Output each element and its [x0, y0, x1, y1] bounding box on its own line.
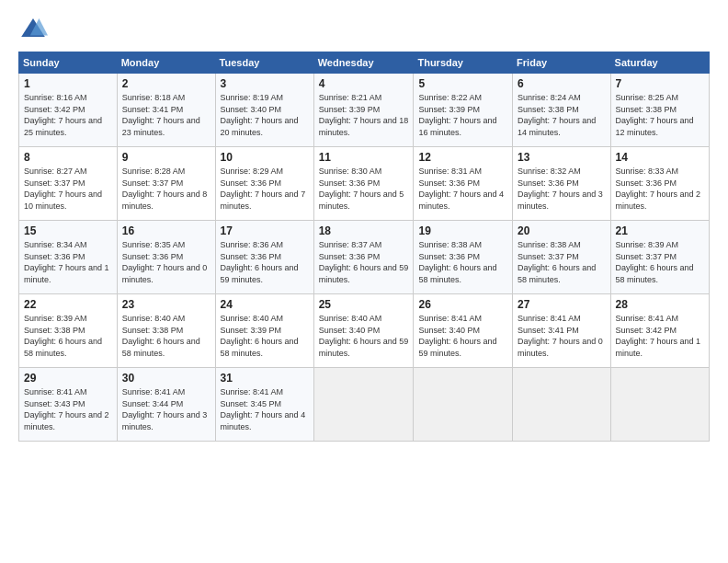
day-number: 2: [122, 77, 210, 90]
col-header-wednesday: Wednesday: [313, 52, 414, 74]
logo: [18, 15, 51, 44]
header-row: SundayMondayTuesdayWednesdayThursdayFrid…: [19, 52, 710, 74]
day-info: Sunrise: 8:29 AM Sunset: 3:36 PM Dayligh…: [221, 166, 309, 212]
week-row-4: 22Sunrise: 8:39 AM Sunset: 3:38 PM Dayli…: [19, 294, 710, 368]
day-info: Sunrise: 8:41 AM Sunset: 3:40 PM Dayligh…: [418, 313, 507, 359]
day-info: Sunrise: 8:34 AM Sunset: 3:36 PM Dayligh…: [24, 239, 112, 285]
day-info: Sunrise: 8:25 AM Sunset: 3:38 PM Dayligh…: [616, 92, 704, 138]
day-number: 11: [319, 151, 409, 164]
logo-icon: [18, 15, 48, 44]
day-cell: 25Sunrise: 8:40 AM Sunset: 3:40 PM Dayli…: [313, 294, 414, 368]
day-cell: 20Sunrise: 8:38 AM Sunset: 3:37 PM Dayli…: [513, 221, 610, 294]
day-number: 26: [418, 298, 507, 311]
day-cell: 14Sunrise: 8:33 AM Sunset: 3:36 PM Dayli…: [610, 147, 709, 221]
day-cell: 9Sunrise: 8:28 AM Sunset: 3:37 PM Daylig…: [117, 147, 215, 221]
day-info: Sunrise: 8:39 AM Sunset: 3:37 PM Dayligh…: [616, 239, 704, 285]
day-info: Sunrise: 8:40 AM Sunset: 3:39 PM Dayligh…: [221, 313, 309, 359]
day-cell: 19Sunrise: 8:38 AM Sunset: 3:36 PM Dayli…: [414, 221, 513, 294]
day-cell: 29Sunrise: 8:41 AM Sunset: 3:43 PM Dayli…: [19, 368, 118, 442]
day-cell: 28Sunrise: 8:41 AM Sunset: 3:42 PM Dayli…: [610, 294, 709, 368]
day-info: Sunrise: 8:39 AM Sunset: 3:38 PM Dayligh…: [24, 313, 112, 359]
day-info: Sunrise: 8:36 AM Sunset: 3:36 PM Dayligh…: [221, 239, 309, 285]
day-cell: 26Sunrise: 8:41 AM Sunset: 3:40 PM Dayli…: [414, 294, 513, 368]
day-info: Sunrise: 8:32 AM Sunset: 3:36 PM Dayligh…: [518, 166, 605, 212]
day-cell: [513, 368, 610, 442]
day-cell: 23Sunrise: 8:40 AM Sunset: 3:38 PM Dayli…: [117, 294, 215, 368]
header: [18, 15, 710, 44]
day-number: 9: [122, 151, 210, 164]
col-header-tuesday: Tuesday: [215, 52, 313, 74]
day-cell: 5Sunrise: 8:22 AM Sunset: 3:39 PM Daylig…: [414, 74, 513, 147]
day-info: Sunrise: 8:19 AM Sunset: 3:40 PM Dayligh…: [221, 92, 309, 138]
day-cell: 24Sunrise: 8:40 AM Sunset: 3:39 PM Dayli…: [215, 294, 313, 368]
day-cell: 16Sunrise: 8:35 AM Sunset: 3:36 PM Dayli…: [117, 221, 215, 294]
day-cell: 7Sunrise: 8:25 AM Sunset: 3:38 PM Daylig…: [610, 74, 709, 147]
day-info: Sunrise: 8:35 AM Sunset: 3:36 PM Dayligh…: [122, 239, 210, 285]
day-cell: 6Sunrise: 8:24 AM Sunset: 3:38 PM Daylig…: [513, 74, 610, 147]
day-number: 16: [122, 224, 210, 237]
day-number: 7: [616, 77, 704, 90]
week-row-5: 29Sunrise: 8:41 AM Sunset: 3:43 PM Dayli…: [19, 368, 710, 442]
day-cell: 15Sunrise: 8:34 AM Sunset: 3:36 PM Dayli…: [19, 221, 118, 294]
day-number: 21: [616, 224, 704, 237]
day-cell: 12Sunrise: 8:31 AM Sunset: 3:36 PM Dayli…: [414, 147, 513, 221]
day-info: Sunrise: 8:31 AM Sunset: 3:36 PM Dayligh…: [418, 166, 507, 212]
day-cell: 13Sunrise: 8:32 AM Sunset: 3:36 PM Dayli…: [513, 147, 610, 221]
day-info: Sunrise: 8:37 AM Sunset: 3:36 PM Dayligh…: [319, 239, 409, 285]
day-cell: 3Sunrise: 8:19 AM Sunset: 3:40 PM Daylig…: [215, 74, 313, 147]
day-cell: 22Sunrise: 8:39 AM Sunset: 3:38 PM Dayli…: [19, 294, 118, 368]
day-cell: [610, 368, 709, 442]
day-number: 17: [221, 224, 309, 237]
day-info: Sunrise: 8:21 AM Sunset: 3:39 PM Dayligh…: [319, 92, 409, 138]
col-header-friday: Friday: [513, 52, 610, 74]
day-number: 15: [24, 224, 112, 237]
day-number: 22: [24, 298, 112, 311]
day-cell: [313, 368, 414, 442]
day-number: 27: [518, 298, 605, 311]
day-number: 14: [616, 151, 704, 164]
calendar-page: SundayMondayTuesdayWednesdayThursdayFrid…: [0, 0, 728, 563]
day-number: 12: [418, 151, 507, 164]
day-number: 1: [24, 77, 112, 90]
day-info: Sunrise: 8:16 AM Sunset: 3:42 PM Dayligh…: [24, 92, 112, 138]
day-cell: 2Sunrise: 8:18 AM Sunset: 3:41 PM Daylig…: [117, 74, 215, 147]
day-number: 29: [24, 372, 112, 385]
day-number: 20: [518, 224, 605, 237]
day-info: Sunrise: 8:38 AM Sunset: 3:36 PM Dayligh…: [418, 239, 507, 285]
day-number: 28: [616, 298, 704, 311]
week-row-2: 8Sunrise: 8:27 AM Sunset: 3:37 PM Daylig…: [19, 147, 710, 221]
day-number: 4: [319, 77, 409, 90]
day-number: 13: [518, 151, 605, 164]
day-number: 8: [24, 151, 112, 164]
week-row-1: 1Sunrise: 8:16 AM Sunset: 3:42 PM Daylig…: [19, 74, 710, 147]
day-number: 30: [122, 372, 210, 385]
day-info: Sunrise: 8:41 AM Sunset: 3:44 PM Dayligh…: [122, 386, 210, 432]
day-info: Sunrise: 8:40 AM Sunset: 3:38 PM Dayligh…: [122, 313, 210, 359]
day-info: Sunrise: 8:41 AM Sunset: 3:42 PM Dayligh…: [616, 313, 704, 359]
day-cell: 10Sunrise: 8:29 AM Sunset: 3:36 PM Dayli…: [215, 147, 313, 221]
day-cell: 8Sunrise: 8:27 AM Sunset: 3:37 PM Daylig…: [19, 147, 118, 221]
day-info: Sunrise: 8:18 AM Sunset: 3:41 PM Dayligh…: [122, 92, 210, 138]
day-cell: 11Sunrise: 8:30 AM Sunset: 3:36 PM Dayli…: [313, 147, 414, 221]
day-cell: 30Sunrise: 8:41 AM Sunset: 3:44 PM Dayli…: [117, 368, 215, 442]
col-header-sunday: Sunday: [19, 52, 118, 74]
day-info: Sunrise: 8:41 AM Sunset: 3:45 PM Dayligh…: [221, 386, 309, 432]
day-info: Sunrise: 8:41 AM Sunset: 3:43 PM Dayligh…: [24, 386, 112, 432]
day-info: Sunrise: 8:38 AM Sunset: 3:37 PM Dayligh…: [518, 239, 605, 285]
day-number: 24: [221, 298, 309, 311]
day-info: Sunrise: 8:30 AM Sunset: 3:36 PM Dayligh…: [319, 166, 409, 212]
day-number: 5: [418, 77, 507, 90]
col-header-monday: Monday: [117, 52, 215, 74]
day-number: 23: [122, 298, 210, 311]
day-cell: 18Sunrise: 8:37 AM Sunset: 3:36 PM Dayli…: [313, 221, 414, 294]
day-cell: 27Sunrise: 8:41 AM Sunset: 3:41 PM Dayli…: [513, 294, 610, 368]
day-info: Sunrise: 8:22 AM Sunset: 3:39 PM Dayligh…: [418, 92, 507, 138]
calendar-body: 1Sunrise: 8:16 AM Sunset: 3:42 PM Daylig…: [19, 74, 710, 442]
day-cell: 1Sunrise: 8:16 AM Sunset: 3:42 PM Daylig…: [19, 74, 118, 147]
day-info: Sunrise: 8:41 AM Sunset: 3:41 PM Dayligh…: [518, 313, 605, 359]
day-cell: [414, 368, 513, 442]
day-info: Sunrise: 8:33 AM Sunset: 3:36 PM Dayligh…: [616, 166, 704, 212]
day-cell: 17Sunrise: 8:36 AM Sunset: 3:36 PM Dayli…: [215, 221, 313, 294]
day-info: Sunrise: 8:24 AM Sunset: 3:38 PM Dayligh…: [518, 92, 605, 138]
day-cell: 4Sunrise: 8:21 AM Sunset: 3:39 PM Daylig…: [313, 74, 414, 147]
